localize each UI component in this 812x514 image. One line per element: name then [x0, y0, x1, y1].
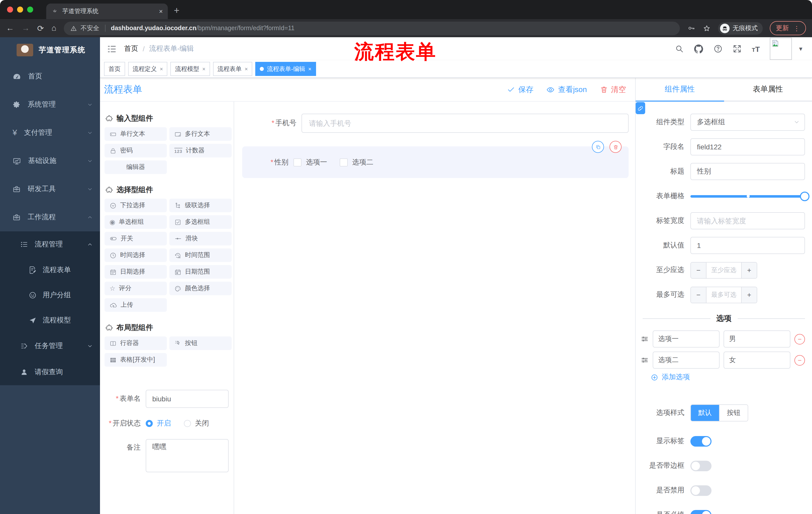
zoom-window-button[interactable]: [27, 6, 33, 12]
forward-icon[interactable]: →: [22, 24, 30, 33]
sidebar-item-infra[interactable]: 基础设施: [0, 147, 100, 175]
palette-item-multi-text[interactable]: 多行文本: [169, 127, 232, 141]
palette-item-slider[interactable]: 滑块: [169, 232, 232, 245]
border-toggle[interactable]: [690, 460, 712, 471]
palette-item-table[interactable]: 表格[开发中]: [105, 353, 167, 367]
remove-option-button[interactable]: −: [794, 355, 805, 366]
update-button[interactable]: 更新 ⋮: [770, 21, 806, 35]
tag-process-definition[interactable]: 流程定义×: [128, 62, 168, 76]
palette-item-counter[interactable]: 123计数器: [169, 144, 232, 157]
component-type-select[interactable]: [690, 114, 805, 131]
sidebar-item-process-form[interactable]: 流程表单: [0, 258, 100, 283]
option-label-input[interactable]: [653, 352, 720, 369]
grid-slider[interactable]: [690, 192, 805, 201]
palette-item-date[interactable]: 日期选择: [105, 265, 167, 279]
option-value-input[interactable]: [724, 352, 790, 369]
checkbox-option-2[interactable]: 选项二: [340, 158, 373, 167]
browser-menu-icon[interactable]: ⋮: [793, 24, 800, 32]
status-closed-radio[interactable]: 关闭: [184, 419, 209, 428]
palette-item-color[interactable]: 颜色选择: [169, 282, 232, 295]
slider-track[interactable]: [690, 195, 805, 197]
minimize-window-button[interactable]: [17, 6, 23, 12]
sidebar-item-devtools[interactable]: 研发工具: [0, 175, 100, 203]
palette-item-button[interactable]: 按钮: [169, 336, 232, 350]
palette-item-time[interactable]: 时间选择: [105, 248, 167, 262]
clear-button[interactable]: 清空: [600, 85, 626, 94]
view-json-button[interactable]: 查看json: [546, 85, 587, 94]
option-label-input[interactable]: [653, 330, 720, 348]
title-input[interactable]: [690, 163, 805, 180]
address-bar[interactable]: 不安全 dashboard.yudao.iocoder.cn/bpm/manag…: [64, 21, 680, 35]
drag-handle-icon[interactable]: [641, 335, 649, 343]
phone-field-input[interactable]: [301, 114, 629, 133]
palette-item-switch[interactable]: 开关: [105, 232, 167, 245]
palette-item-time-range[interactable]: 时间范围: [169, 248, 232, 262]
tag-process-form-edit[interactable]: 流程表单-编辑×: [256, 62, 316, 76]
palette-item-select[interactable]: 下拉选择: [105, 199, 167, 212]
tag-process-model[interactable]: 流程模型×: [171, 62, 210, 76]
stepper-minus-button[interactable]: −: [691, 262, 706, 278]
default-value-input[interactable]: [690, 237, 805, 254]
home-icon[interactable]: ⌂: [52, 24, 56, 33]
sidebar-item-payment[interactable]: ¥ 支付管理: [0, 119, 100, 147]
sidebar-fold-icon[interactable]: [107, 44, 117, 54]
palette-item-row-container[interactable]: 行容器: [105, 336, 167, 350]
palette-item-editor[interactable]: 编辑器: [105, 160, 167, 174]
tab-component-props[interactable]: 组件属性: [636, 78, 724, 101]
status-open-radio[interactable]: 开启: [146, 419, 171, 428]
form-remark-textarea[interactable]: 嘿嘿: [146, 439, 229, 472]
reload-icon[interactable]: ⟳: [37, 23, 44, 33]
show-label-toggle[interactable]: [690, 436, 712, 447]
new-tab-button[interactable]: +: [174, 5, 179, 16]
sidebar-item-process-model[interactable]: 流程模型: [0, 308, 100, 333]
form-name-input[interactable]: [146, 390, 229, 408]
add-option-button[interactable]: 添加选项: [651, 373, 805, 382]
gender-field-selected[interactable]: *性别 选项一 选项二: [242, 146, 629, 178]
palette-item-password[interactable]: 密码: [105, 144, 167, 157]
avatar[interactable]: [770, 38, 792, 60]
tab-close-icon[interactable]: ×: [159, 7, 163, 15]
checkbox-box[interactable]: [293, 158, 301, 166]
required-toggle[interactable]: [690, 510, 712, 514]
sidebar-item-user-group[interactable]: 用户分组: [0, 283, 100, 308]
component-type-value[interactable]: [690, 114, 805, 131]
back-icon[interactable]: ←: [6, 24, 14, 33]
avatar-caret-icon[interactable]: ▼: [798, 46, 804, 52]
window-controls[interactable]: [7, 6, 33, 12]
sidebar-item-leave-query[interactable]: 请假查询: [0, 359, 100, 385]
link-tag[interactable]: [636, 102, 645, 114]
option-value-input[interactable]: [724, 330, 790, 348]
min-select-stepper[interactable]: −至少应选+: [690, 262, 757, 278]
close-window-button[interactable]: [7, 6, 13, 12]
breadcrumb-home[interactable]: 首页: [124, 44, 138, 53]
checkbox-option-1[interactable]: 选项一: [293, 158, 327, 167]
palette-item-checkbox-group[interactable]: 多选框组: [169, 215, 232, 229]
palette-item-single-text[interactable]: 单行文本: [105, 127, 167, 141]
stepper-minus-button[interactable]: −: [691, 287, 706, 302]
tag-close-icon[interactable]: ×: [202, 66, 205, 72]
palette-item-date-range[interactable]: 日期范围: [169, 265, 232, 279]
form-canvas[interactable]: *手机号 *性别 选项一 选项二: [234, 102, 635, 514]
tag-close-icon[interactable]: ×: [160, 66, 163, 72]
search-icon[interactable]: [675, 44, 684, 53]
sidebar-item-workflow[interactable]: 工作流程: [0, 203, 100, 231]
disabled-toggle[interactable]: [690, 485, 712, 496]
tab-form-props[interactable]: 表单属性: [724, 78, 812, 101]
stepper-plus-button[interactable]: +: [741, 287, 757, 302]
delete-component-button[interactable]: [609, 141, 621, 153]
browser-tab[interactable]: 芋道管理系统 ×: [46, 3, 168, 19]
remove-option-button[interactable]: −: [794, 334, 805, 344]
sidebar-logo[interactable]: 芋道管理系统: [0, 37, 100, 62]
github-icon[interactable]: [694, 44, 703, 54]
field-name-input[interactable]: [690, 138, 805, 155]
font-size-icon[interactable]: TT: [752, 45, 760, 53]
style-default-button[interactable]: 默认: [691, 405, 719, 421]
save-button[interactable]: 保存: [507, 85, 533, 94]
tag-close-icon[interactable]: ×: [245, 66, 248, 72]
sidebar-item-process-mgmt[interactable]: 流程管理: [0, 231, 100, 258]
slider-handle[interactable]: [800, 191, 810, 201]
style-button-button[interactable]: 按钮: [719, 405, 748, 421]
stepper-plus-button[interactable]: +: [741, 262, 757, 278]
tag-close-icon[interactable]: ×: [308, 66, 312, 72]
palette-item-cascader[interactable]: 级联选择: [169, 199, 232, 212]
